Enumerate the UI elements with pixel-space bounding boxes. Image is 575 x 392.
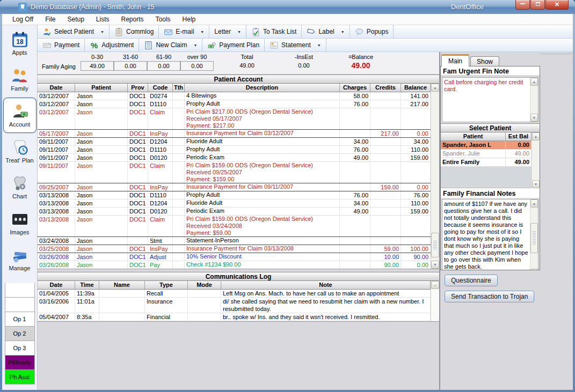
- operatory-button[interactable]: [5, 283, 35, 298]
- menu-item[interactable]: Help: [177, 14, 202, 24]
- toolbar-button[interactable]: Select Patient ▼: [38, 25, 110, 38]
- menu-item[interactable]: Reports: [115, 14, 150, 24]
- toolbar-button[interactable]: Commlog: [110, 25, 159, 38]
- toolbar-button[interactable]: Statement ▼: [265, 39, 326, 51]
- cell-prov: DOC1: [128, 216, 148, 236]
- dropdown-arrow-icon[interactable]: ▼: [341, 30, 345, 34]
- account-row[interactable]: 09/11/2007 Jason DOC1 D1110 Prophy Adult…: [38, 146, 431, 154]
- scroll-thumb[interactable]: [530, 223, 538, 253]
- account-row[interactable]: 03/13/2008 Jason DOC1 Claim Pri Claim $1…: [38, 216, 431, 237]
- scroll-up-icon[interactable]: ▲: [530, 199, 538, 208]
- cell-tth: [173, 191, 185, 199]
- panel-button[interactable]: Send Transaction to Trojan: [445, 291, 534, 302]
- sidebar-module[interactable]: Account: [3, 98, 37, 133]
- toolbar-button[interactable]: Payment Plan: [202, 39, 265, 51]
- account-row[interactable]: 03/24/2008 Jason Stmt Statement-InPerson: [38, 237, 431, 245]
- select-patient-row[interactable]: Spander, Jason L 0.00: [441, 141, 532, 150]
- account-row[interactable]: 03/12/2007 Jason DOC1 D1110 Prophy Adult…: [38, 100, 431, 108]
- select-patient-scrollbar[interactable]: ▲ ▼: [532, 132, 540, 188]
- cell-prov: DOC1: [128, 154, 148, 161]
- maximize-button[interactable]: [530, 0, 545, 10]
- scroll-down-icon[interactable]: ▼: [530, 114, 538, 122]
- operatory-button[interactable]: Op 1: [5, 312, 35, 327]
- operatory-button[interactable]: Op 2: [5, 327, 35, 341]
- toolbar-button[interactable]: % Adjustment: [85, 39, 139, 51]
- menu-item[interactable]: Setup: [61, 14, 90, 24]
- financial-notes-scrollbar[interactable]: ▲ ▼: [530, 199, 538, 270]
- commlog-row[interactable]: 03/16/2006 11:01a Insurance di/ she call…: [38, 298, 431, 313]
- scroll-down-icon[interactable]: ▼: [532, 180, 540, 188]
- menu-item[interactable]: Lists: [90, 14, 115, 24]
- commlog-row[interactable]: 01/04/2005 11:39a Recall Left Msg on Ans…: [38, 290, 431, 298]
- scroll-down-icon[interactable]: ▼: [431, 261, 439, 269]
- dropdown-arrow-icon[interactable]: ▼: [193, 43, 197, 47]
- scroll-up-icon[interactable]: ▲: [431, 281, 439, 289]
- cell-prov: DOC1: [128, 146, 148, 153]
- toolbar-button[interactable]: Letter ▼: [209, 25, 246, 38]
- cell-charges: [340, 253, 370, 261]
- toolbar-button[interactable]: To Task List: [246, 25, 302, 38]
- scroll-up-icon[interactable]: ▲: [431, 84, 439, 92]
- commlog-scrollbar[interactable]: ▲: [431, 281, 439, 321]
- account-row[interactable]: 03/26/2008 Jason DOC1 Pay Check #1234 $9…: [38, 261, 431, 269]
- select-patient-row[interactable]: Entire Family 49.00: [441, 158, 532, 167]
- commlog-row[interactable]: 05/04/2007 8:35a Financial br.. spoke w/…: [38, 313, 431, 321]
- account-row[interactable]: 03/26/2008 Jason DOC1 Adjust 10% Senior …: [38, 253, 431, 261]
- account-row[interactable]: 03/13/2008 Jason DOC1 D0120 Periodic Exa…: [38, 208, 431, 216]
- account-row[interactable]: 03/12/2007 Jason DOC1 D0274 4 Bitewings …: [38, 92, 431, 100]
- scroll-up-icon[interactable]: ▲: [530, 78, 538, 86]
- financial-notes-box[interactable]: amount of $1107 if we have any questions…: [442, 199, 538, 270]
- select-patient-row[interactable]: Spander, Julie 49.00: [441, 150, 532, 158]
- account-row[interactable]: 03/13/2008 Jason DOC1 D1204 Fluoride Adu…: [38, 199, 431, 208]
- dropdown-arrow-icon[interactable]: ▼: [317, 43, 321, 47]
- close-button[interactable]: ✕: [545, 0, 569, 10]
- menu-item[interactable]: Tools: [150, 14, 177, 24]
- account-row[interactable]: 03/12/2007 Jason DOC1 Claim Pri Claim $2…: [38, 108, 431, 130]
- cell-patient-name: Entire Family: [441, 158, 506, 166]
- operatory-button[interactable]: Op 3: [5, 341, 35, 356]
- operatory-button[interactable]: [5, 298, 35, 312]
- dropdown-arrow-icon[interactable]: ▼: [200, 30, 204, 34]
- account-row[interactable]: 09/11/2007 Jason DOC1 D0120 Periodic Exa…: [38, 154, 431, 162]
- account-scrollbar[interactable]: ▲ ▼: [431, 84, 439, 269]
- account-row[interactable]: 03/13/2008 Jason DOC1 D1110 Prophy Adult…: [38, 191, 431, 199]
- cell-description: Insurance Payment for Claim 09/11/2007: [185, 183, 340, 191]
- sidebar-module[interactable]: Manage: [3, 241, 37, 277]
- scroll-up-icon[interactable]: ▲: [532, 132, 540, 140]
- account-row[interactable]: 09/11/2007 Jason DOC1 D1204 Fluoride Adu…: [38, 138, 431, 146]
- select-patient-table: Patient Est Bal Spander, Jason L: [441, 132, 532, 188]
- urgent-note-scrollbar[interactable]: ▲ ▼: [530, 78, 538, 122]
- sidebar-module[interactable]: Chart: [3, 169, 37, 205]
- toolbar-row2: Payment % Adjustment New Claim: [38, 39, 573, 52]
- menu-item[interactable]: File: [39, 14, 61, 24]
- account-row[interactable]: 09/11/2007 Jason DOC1 Claim Pri Claim $1…: [38, 162, 431, 183]
- sidebar-module[interactable]: Treat' Plan: [3, 134, 37, 169]
- operatory-button[interactable]: PtReady: [5, 356, 35, 370]
- panel-tab[interactable]: Show: [470, 56, 499, 66]
- aging-column: 0-30 49.00: [81, 54, 114, 74]
- toolbar-button[interactable]: Label ▼: [302, 25, 350, 38]
- urgent-note-title: Fam Urgent Fin Note: [441, 66, 540, 76]
- menu-item[interactable]: Log Off: [6, 14, 39, 24]
- sidebar-module[interactable]: Images: [3, 205, 37, 241]
- cell-credits: [370, 154, 401, 161]
- operatory-button[interactable]: Ph Asst: [5, 370, 35, 384]
- urgent-note-box[interactable]: Call before charging her credit card. ▲ …: [442, 77, 538, 122]
- panel-tab[interactable]: Main: [441, 54, 469, 66]
- toolbar-button[interactable]: E-mail ▼: [159, 25, 209, 38]
- sidebar-module[interactable]: 18 Appts: [3, 26, 37, 61]
- account-row[interactable]: 05/17/2007 Jason DOC1 InsPay Insurance P…: [38, 130, 431, 138]
- cell-description: Fluoride Adult: [185, 138, 340, 145]
- minimize-button[interactable]: [515, 0, 530, 10]
- toolbar-button[interactable]: Popups: [350, 25, 394, 38]
- dropdown-arrow-icon[interactable]: ▼: [237, 30, 241, 34]
- toolbar-button[interactable]: New Claim ▼: [139, 39, 202, 51]
- toolbar-button[interactable]: Payment: [38, 39, 85, 51]
- account-row[interactable]: 09/25/2007 Jason DOC1 InsPay Insurance P…: [38, 183, 431, 191]
- account-row[interactable]: 03/25/2008 Jason DOC1 InsPay Insurance P…: [38, 245, 431, 253]
- dropdown-arrow-icon[interactable]: ▼: [100, 30, 104, 34]
- cell-credits: [370, 237, 401, 245]
- scroll-thumb[interactable]: [431, 233, 439, 257]
- sidebar-module[interactable]: Family: [3, 62, 37, 97]
- panel-button[interactable]: Questionnaire: [445, 275, 498, 286]
